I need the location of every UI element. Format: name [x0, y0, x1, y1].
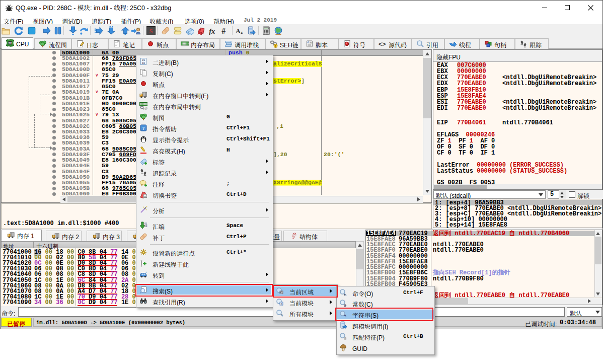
- svg-text:<>: <>: [310, 41, 313, 45]
- svg-text:z: z: [241, 30, 243, 35]
- svg-text:#: #: [221, 27, 225, 35]
- svg-text:?: ?: [142, 126, 145, 131]
- svg-text:10: 10: [142, 61, 145, 64]
- svg-text:!: !: [275, 45, 276, 48]
- svg-text:n: n: [144, 194, 146, 197]
- svg-text:A: A: [236, 27, 241, 35]
- svg-text:@: @: [144, 106, 147, 110]
- svg-text:32: 32: [9, 42, 12, 45]
- svg-text:x: x: [281, 302, 282, 305]
- svg-text:fx: fx: [209, 27, 215, 35]
- svg-text:#: #: [344, 304, 346, 308]
- svg-text:<>: <>: [379, 41, 386, 48]
- svg-text:10: 10: [144, 225, 147, 228]
- svg-text:*: *: [281, 313, 282, 317]
- svg-text:S: S: [149, 28, 153, 35]
